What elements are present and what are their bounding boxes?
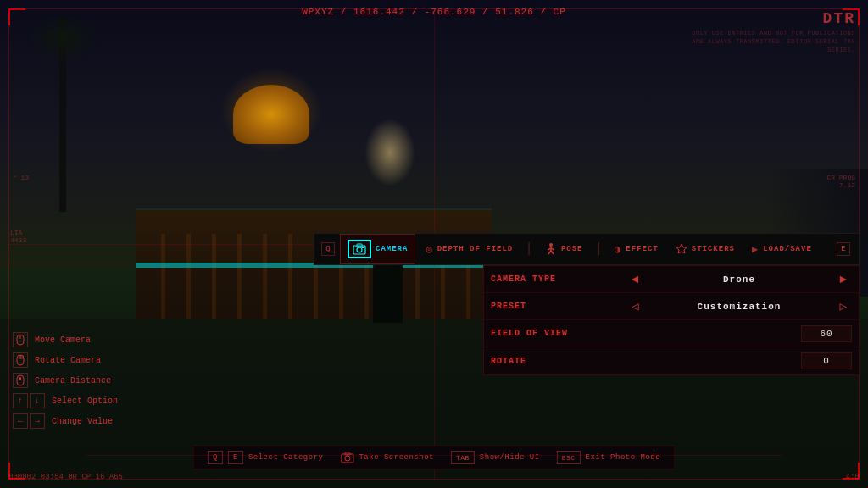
arrow-down-icon: ↓	[30, 393, 45, 408]
fov-row: FIELD OF VIEW 60	[484, 320, 859, 347]
hint-select-category: Q E Select Category	[208, 451, 324, 464]
effect-label: EFFECT	[626, 245, 658, 253]
hint-key-q[interactable]: Q	[208, 451, 223, 464]
dof-label: DEPTH OF FIELD	[437, 245, 514, 253]
menu-bar: Q CAMERA ◎ DEPTH OF FIELD | POSE	[314, 233, 860, 265]
effect-icon: ◑	[615, 243, 621, 256]
preset-label: PRESET	[491, 302, 626, 311]
separator-2: |	[594, 241, 603, 257]
rotate-camera-label: Rotate Camera	[35, 356, 101, 365]
stickers-label: STICKERS	[692, 245, 735, 253]
camera-icon	[353, 243, 366, 255]
camera-type-controls: ◄ Drone ►	[626, 271, 852, 288]
camera-icon-box	[348, 240, 371, 258]
preset-arrow-right[interactable]: ▷	[835, 297, 852, 315]
scroll-icon	[13, 373, 28, 388]
lr-keys: ← →	[13, 413, 45, 429]
hint-bar: Q E Select Category Take Screenshot TAB …	[193, 446, 675, 469]
fov-controls: 60	[626, 325, 852, 342]
loadsave-icon: ▶	[752, 243, 759, 256]
palm-tree-leaves	[25, 13, 102, 64]
menu-item-pose[interactable]: POSE	[538, 234, 590, 264]
hint-key-tab[interactable]: TAB	[451, 451, 475, 464]
preset-controls: ◁ Customization ▷	[626, 297, 852, 315]
frame-corner-tl	[8, 8, 25, 25]
camera-label: CAMERA	[376, 245, 408, 253]
settings-panel: CAMERA TYPE ◄ Drone ► PRESET ◁ Customiza…	[483, 265, 860, 375]
left-side-marker: LIA 4433	[10, 229, 26, 244]
rotate-row: ROTATE 0	[484, 347, 859, 374]
move-camera-label: Move Camera	[35, 336, 91, 345]
mouse-scroll-icon	[15, 374, 25, 386]
hint-exit-photo-mode: ESC Exit Photo Mode	[557, 451, 660, 464]
camera-type-row: CAMERA TYPE ◄ Drone ►	[484, 266, 859, 293]
svg-line-9	[551, 251, 554, 254]
fov-label: FIELD OF VIEW	[491, 329, 626, 338]
pose-label: POSE	[561, 245, 583, 253]
loadsave-label: LOAD/SAVE	[763, 245, 812, 253]
select-option-label: Select Option	[52, 396, 118, 406]
preset-arrow-left[interactable]: ◁	[626, 297, 643, 315]
svg-point-19	[344, 456, 349, 461]
mouse-right-icon	[13, 352, 28, 368]
stickers-icon	[676, 243, 687, 255]
mouse-icon	[13, 332, 28, 347]
menu-key-q[interactable]: Q	[321, 242, 335, 256]
rotate-label: ROTATE	[491, 357, 626, 366]
menu-item-dof[interactable]: ◎ DEPTH OF FIELD	[419, 234, 520, 264]
menu-item-loadsave[interactable]: ▶ LOAD/SAVE	[745, 234, 819, 264]
hint-take-screenshot: Take Screenshot	[340, 452, 434, 463]
dof-icon: ◎	[426, 243, 432, 256]
menu-item-camera[interactable]: CAMERA	[340, 234, 415, 264]
dome	[233, 85, 309, 144]
mouse-rotate-icon	[15, 354, 25, 366]
fov-value: 60	[801, 325, 852, 342]
character-body	[373, 263, 403, 323]
pose-icon	[545, 243, 557, 255]
svg-rect-17	[19, 377, 21, 380]
control-camera-distance: Camera Distance	[13, 373, 118, 388]
bottom-deco-line	[86, 455, 781, 456]
marker-tr: CR PROG 7.12	[826, 174, 855, 189]
camera-type-arrow-right[interactable]: ►	[835, 271, 852, 288]
rotate-value: 0	[801, 352, 852, 369]
rotate-controls: 0	[626, 352, 852, 369]
controls-legend: Move Camera Rotate Camera Camera Distanc…	[13, 332, 118, 429]
svg-marker-10	[676, 244, 687, 253]
change-value-label: Change Value	[52, 417, 113, 426]
control-change-value: ← → Change Value	[13, 413, 118, 429]
separator-1: |	[525, 241, 533, 257]
hud-coordinates: WPXYZ / 1616.442 / -766.629 / 51.826 / C…	[302, 7, 566, 17]
control-rotate-camera: Rotate Camera	[13, 352, 118, 368]
dtr-logo: DTR	[823, 10, 855, 27]
bottom-left-status: 000002 03:54 0R CP 16 A65	[8, 473, 123, 481]
control-select-option: ↑ ↓ Select Option	[13, 393, 118, 408]
svg-point-4	[549, 243, 553, 247]
hint-key-esc[interactable]: ESC	[557, 451, 581, 464]
svg-rect-3	[362, 247, 364, 248]
arrow-right-icon: →	[30, 413, 45, 429]
marker-tl: * 13	[13, 174, 29, 181]
preset-value: Customization	[643, 302, 834, 312]
streetlight-glow	[364, 119, 415, 186]
menu-item-effect[interactable]: ◑ EFFECT	[608, 234, 665, 264]
camera-type-value: Drone	[643, 274, 834, 285]
hint-show-hide-ui: TAB Show/Hide UI	[451, 451, 540, 464]
control-move-camera: Move Camera	[13, 332, 118, 347]
camera-distance-label: Camera Distance	[35, 376, 111, 385]
svg-rect-15	[20, 355, 24, 359]
bottom-right-status: 4:0	[846, 473, 860, 481]
menu-key-e[interactable]: E	[837, 242, 850, 256]
arrow-left-icon: ←	[13, 413, 28, 429]
screenshot-camera-icon	[340, 452, 353, 463]
svg-point-1	[357, 247, 362, 252]
menu-item-stickers[interactable]: STICKERS	[669, 234, 742, 264]
preset-row: PRESET ◁ Customization ▷	[484, 293, 859, 320]
arrow-keys: ↑ ↓	[13, 393, 45, 408]
bottom-status-bar: 000002 03:54 0R CP 16 A65 4:0	[8, 473, 860, 481]
hint-key-e[interactable]: E	[228, 451, 243, 464]
mouse-move-icon	[15, 334, 25, 346]
dtr-subtitle: ONLY USE ENTRIES AND NOT FOR PUBLICATION…	[686, 30, 855, 54]
camera-type-label: CAMERA TYPE	[491, 274, 626, 284]
camera-type-arrow-left[interactable]: ◄	[626, 271, 643, 288]
